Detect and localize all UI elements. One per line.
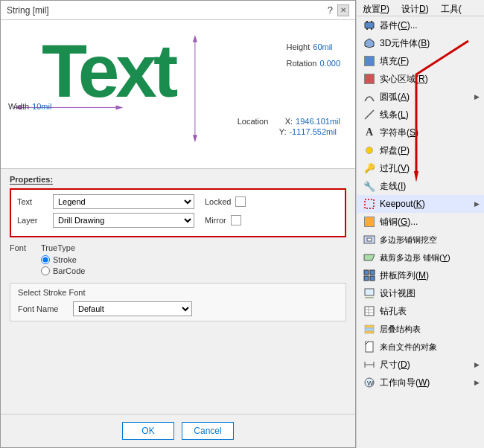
dialog-title: String [mil]	[7, 5, 49, 16]
menu-item-zuankong[interactable]: 钻孔表	[357, 302, 484, 320]
menu-item-caijian-text: 裁剪多边形 铺铜(Y)	[380, 252, 478, 263]
question-icon[interactable]: ?	[328, 4, 333, 16]
menu-item-gongzuoxiang[interactable]: W 工作向导(W)	[357, 374, 484, 391]
svg-rect-20	[370, 276, 375, 281]
menu-item-yuanhu[interactable]: 圆弧(A)	[357, 88, 484, 106]
font-name-select[interactable]: Default	[73, 301, 192, 316]
menu-item-duobianxing[interactable]: 多边形铺铜挖空	[357, 231, 484, 249]
svg-marker-11	[365, 39, 374, 48]
menu-item-pinban-text: 拼板阵列(M)	[380, 269, 478, 282]
copper-icon	[363, 215, 376, 228]
solid-region-icon	[363, 72, 376, 86]
chip-icon	[363, 19, 376, 32]
right-menu: 放置P) 设计D) 工具( 器件(C)... 3D元件体(B) 填充(F)	[356, 0, 484, 448]
menu-item-zifuchuan-text: 字符串(S)	[380, 127, 478, 139]
fill-icon	[363, 54, 376, 68]
via-icon: 🔑	[363, 161, 376, 175]
menu-item-duobianxing-text: 多边形铺铜挖空	[380, 234, 478, 246]
menu-item-putong[interactable]: 铺铜(G)...	[357, 213, 484, 231]
barcode-radio[interactable]	[41, 266, 50, 275]
menu-item-xianduan[interactable]: 线条(L)	[357, 106, 484, 124]
ok-button[interactable]: OK	[122, 422, 174, 440]
dialog-footer: OK Cancel	[1, 414, 355, 447]
svg-text:W: W	[367, 380, 374, 387]
svg-rect-9	[366, 28, 368, 30]
svg-rect-17	[364, 270, 369, 275]
svg-marker-4	[193, 35, 197, 42]
3d-icon	[363, 36, 376, 50]
stroke-section-title: Select Stroke Font	[18, 288, 338, 297]
svg-rect-21	[365, 289, 374, 295]
menu-item-shixinquyu[interactable]: 实心区域(R)	[357, 70, 484, 88]
menu-item-shixinquyu-text: 实心区域(R)	[380, 73, 478, 86]
font-value: TrueType	[41, 243, 75, 252]
menu-item-xianduan-text: 线条(L)	[380, 109, 478, 121]
menu-item-zouxian-text: 走线(I)	[380, 180, 478, 193]
menu-item-keepout-text: Keepout(K)	[380, 199, 478, 209]
menu-item-3d[interactable]: 3D元件体(B)	[357, 34, 484, 52]
preview-area: Text Height 60mil Rotation 0.000 Width 1…	[1, 20, 355, 169]
svg-rect-29	[365, 331, 374, 333]
text-select[interactable]: Legend Text Value	[53, 194, 194, 209]
preview-location: Location X: 1946.101mil Y: -1117.552mil	[238, 117, 340, 138]
svg-line-12	[365, 110, 374, 119]
cancel-button[interactable]: Cancel	[182, 422, 234, 440]
menu-item-chicun[interactable]: 尺寸(D)	[357, 356, 484, 374]
menu-item-qijian[interactable]: 器件(C)...	[357, 16, 484, 34]
keepout-icon	[363, 197, 376, 211]
menu-item-putong-text: 铺铜(G)...	[380, 216, 478, 228]
menu-item-gongzuoxiang-text: 工作向导(W)	[380, 377, 478, 389]
mirror-checkbox[interactable]	[231, 215, 241, 225]
barcode-label: BarCode	[53, 266, 85, 275]
menu-item-laiziwenjian-text: 来自文件的对象	[380, 342, 478, 353]
dimension-icon	[363, 358, 376, 371]
menu-item-pinban[interactable]: 拼板阵列(M)	[357, 266, 484, 284]
menu-item-zuankong-text: 钻孔表	[380, 305, 478, 318]
string-dialog: String [mil] ? ✕ Text Height 60mil	[0, 0, 356, 448]
locked-label: Locked	[205, 197, 231, 206]
locked-checkbox[interactable]	[235, 196, 246, 207]
menu-item-shejishi[interactable]: 设计视图	[357, 284, 484, 302]
menu-item-cengdie[interactable]: 层叠结构表	[357, 320, 484, 338]
menu-item-guokong[interactable]: 🔑 过孔(V)	[357, 159, 484, 177]
svg-rect-23	[365, 307, 374, 316]
polygon-cutout-icon	[363, 233, 376, 246]
pad-icon	[363, 144, 376, 157]
menu-item-shejishi-text: 设计视图	[380, 287, 478, 300]
layer-select[interactable]: Drill Drawing Top Layer Bottom Layer	[53, 213, 194, 228]
menu-item-caijian[interactable]: 裁剪多边形 铺铜(Y)	[357, 249, 484, 266]
menu-item-zifuchuan[interactable]: A 字符串(S)	[357, 124, 484, 141]
svg-rect-13	[365, 199, 374, 208]
font-name-row: Font Name Default	[18, 301, 338, 316]
design-view-icon	[363, 287, 376, 300]
barcode-row: BarCode	[41, 266, 346, 275]
menu-item-qijian-text: 器件(C)...	[380, 19, 478, 32]
menu-item-keepout[interactable]: Keepout(K)	[357, 195, 484, 213]
arc-icon	[363, 90, 376, 103]
preview-text: Text	[42, 33, 174, 108]
menu-item-guokong-text: 过孔(V)	[380, 162, 478, 175]
topbar-item-design[interactable]: 设计D)	[395, 1, 435, 14]
file-object-icon	[363, 340, 376, 353]
menu-item-laiziwenjian[interactable]: 来自文件的对象	[357, 338, 484, 356]
menu-items-list: 器件(C)... 3D元件体(B) 填充(F) 实心区域(R) 圆弧(A)	[357, 16, 484, 448]
stroke-row: Stroke	[41, 255, 346, 264]
svg-rect-19	[364, 276, 369, 281]
menu-item-hanpan[interactable]: 焊盘(P)	[357, 141, 484, 159]
topbar-item-place[interactable]: 放置P)	[357, 1, 395, 14]
text-label: Text	[17, 197, 48, 206]
text-row: Text Legend Text Value Locked	[17, 194, 339, 209]
stackup-icon	[363, 322, 376, 336]
dialog-controls: ? ✕	[328, 4, 349, 16]
menu-item-tianchong[interactable]: 填充(F)	[357, 52, 484, 70]
stroke-radio[interactable]	[41, 255, 50, 264]
topbar-item-tools[interactable]: 工具(	[435, 1, 468, 14]
menu-item-cengdie-text: 层叠结构表	[380, 324, 478, 335]
preview-annotation: Height 60mil Rotation 0.000	[286, 42, 340, 71]
svg-rect-8	[371, 21, 372, 22]
font-row: Font TrueType	[10, 243, 346, 252]
string-icon: A	[363, 126, 376, 139]
menu-item-zouxian[interactable]: 🔧 走线(I)	[357, 177, 484, 195]
menu-item-chicun-text: 尺寸(D)	[380, 359, 478, 371]
close-button[interactable]: ✕	[337, 4, 349, 16]
